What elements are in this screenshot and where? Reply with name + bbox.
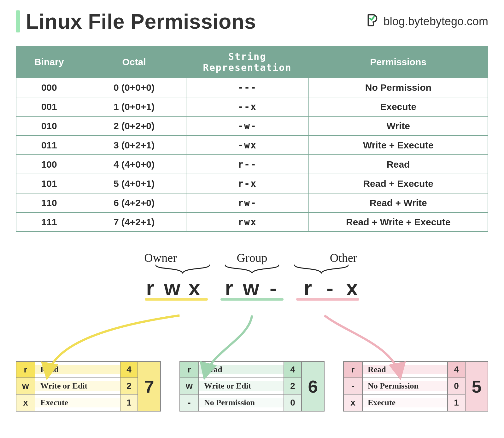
cell-binary: 011 <box>16 135 82 155</box>
brand-text: blog.bytebytego.com <box>384 15 488 28</box>
breakdown-row: xExecute1 <box>16 395 138 411</box>
table-row: 1106 (4+2+0)rw-Read + Write <box>16 193 488 212</box>
cell-string: rwx <box>186 212 309 232</box>
perm-desc: Read <box>199 365 284 374</box>
perm-desc: Read <box>363 365 447 374</box>
cell-perm: Write <box>309 116 488 135</box>
cell-binary: 101 <box>16 174 82 193</box>
cell-string: --- <box>186 78 309 97</box>
perm-symbol: r <box>344 362 363 377</box>
perm-value: 2 <box>120 378 138 394</box>
cell-perm: Execute <box>309 97 488 116</box>
breakdown-box-pink: rRead4-No Permission0xExecute15 <box>343 361 488 412</box>
cell-octal: 4 (4+0+0) <box>82 155 186 174</box>
table-row: 0113 (0+2+1)-wxWrite + Execute <box>16 135 488 155</box>
rwx-string: rwxrw-r-x <box>16 276 488 300</box>
brace-row <box>16 263 488 275</box>
role-group: Group <box>224 251 280 265</box>
cell-octal: 7 (4+2+1) <box>82 212 186 232</box>
perm-symbol: x <box>344 395 363 411</box>
table-row: 1015 (4+0+1)r-xRead + Execute <box>16 174 488 193</box>
rwx-char: x <box>186 276 205 300</box>
brace-icon <box>154 263 211 275</box>
cell-octal: 0 (0+0+0) <box>82 78 186 97</box>
cell-octal: 5 (4+0+1) <box>82 174 186 193</box>
permissions-table: Binary Octal String Representation Permi… <box>16 46 488 232</box>
perm-symbol: r <box>16 362 35 377</box>
underline-group <box>220 298 284 301</box>
cell-string: -wx <box>186 135 309 155</box>
breakdown-sum: 6 <box>302 362 324 411</box>
perm-desc: No Permission <box>363 381 447 391</box>
rwx-char: r <box>220 276 239 300</box>
brace-icon <box>293 263 350 275</box>
role-owner: Owner <box>132 251 189 265</box>
table-row: 1117 (4+2+1)rwxRead + Write + Execute <box>16 212 488 232</box>
cell-string: r-x <box>186 174 309 193</box>
brand-block: blog.bytebytego.com <box>365 13 488 30</box>
cell-binary: 110 <box>16 193 82 212</box>
cell-octal: 3 (0+2+1) <box>82 135 186 155</box>
cell-perm: Read <box>309 155 488 174</box>
table-row: 0011 (0+0+1)--xExecute <box>16 97 488 116</box>
breakdown-row: rRead4 <box>16 362 138 378</box>
page-title: Linux File Permissions <box>26 9 256 33</box>
cell-octal: 2 (0+2+0) <box>82 116 186 135</box>
cell-octal: 1 (0+0+1) <box>82 97 186 116</box>
rwx-char: - <box>265 276 284 300</box>
cell-string: --x <box>186 97 309 116</box>
example-string-section: Owner Group Other rwxrw-r-x <box>16 251 488 333</box>
breakdown-boxes: rRead4wWrite or Edit2xExecute17rRead4wWr… <box>16 361 488 412</box>
cell-perm: Read + Write + Execute <box>309 212 488 232</box>
perm-symbol: - <box>344 378 363 394</box>
perm-symbol: x <box>16 395 35 411</box>
underline-row <box>16 298 488 301</box>
th-octal: Octal <box>82 46 186 78</box>
bytebytego-logo-icon <box>365 13 379 30</box>
rwx-char: w <box>243 276 261 300</box>
rwx-char: w <box>164 276 183 300</box>
rwx-char: - <box>321 276 340 300</box>
perm-symbol: w <box>180 378 199 394</box>
table-header-row: Binary Octal String Representation Permi… <box>16 46 488 78</box>
th-string: String Representation <box>186 46 309 78</box>
breakdown-row: rRead4 <box>180 362 301 378</box>
perm-value: 1 <box>447 395 465 411</box>
perm-desc: Write or Edit <box>199 381 284 391</box>
rwx-char: r <box>299 276 318 300</box>
role-other: Other <box>315 251 372 265</box>
cell-perm: Read + Execute <box>309 174 488 193</box>
cell-binary: 010 <box>16 116 82 135</box>
cell-perm: Read + Write <box>309 193 488 212</box>
breakdown-row: wWrite or Edit2 <box>16 378 138 395</box>
breakdown-row: -No Permission0 <box>180 395 301 411</box>
cell-string: r-- <box>186 155 309 174</box>
perm-value: 4 <box>447 362 465 377</box>
breakdown-row: rRead4 <box>344 362 465 378</box>
perm-symbol: r <box>180 362 199 377</box>
perm-value: 0 <box>447 378 465 394</box>
perm-symbol: - <box>180 395 199 411</box>
table-row: 1004 (4+0+0)r--Read <box>16 155 488 174</box>
th-perm: Permissions <box>309 46 488 78</box>
perm-desc: No Permission <box>199 398 284 407</box>
perm-value: 2 <box>284 378 301 394</box>
perm-desc: Execute <box>35 398 120 407</box>
page-header: Linux File Permissions blog.bytebytego.c… <box>16 9 488 33</box>
breakdown-row: -No Permission0 <box>344 378 465 395</box>
perm-value: 0 <box>284 395 301 411</box>
cell-perm: Write + Execute <box>309 135 488 155</box>
perm-desc: Read <box>35 365 120 374</box>
breakdown-sum: 7 <box>138 362 160 411</box>
breakdown-sum: 5 <box>466 362 488 411</box>
perm-desc: Execute <box>363 398 447 407</box>
th-binary: Binary <box>16 46 82 78</box>
perm-value: 1 <box>120 395 138 411</box>
perm-symbol: w <box>16 378 35 394</box>
breakdown-box-yellow: rRead4wWrite or Edit2xExecute17 <box>16 361 161 412</box>
table-row: 0000 (0+0+0)---No Permission <box>16 78 488 97</box>
cell-binary: 111 <box>16 212 82 232</box>
table-row: 0102 (0+2+0)-w-Write <box>16 116 488 135</box>
rwx-char: r <box>142 276 161 300</box>
cell-perm: No Permission <box>309 78 488 97</box>
